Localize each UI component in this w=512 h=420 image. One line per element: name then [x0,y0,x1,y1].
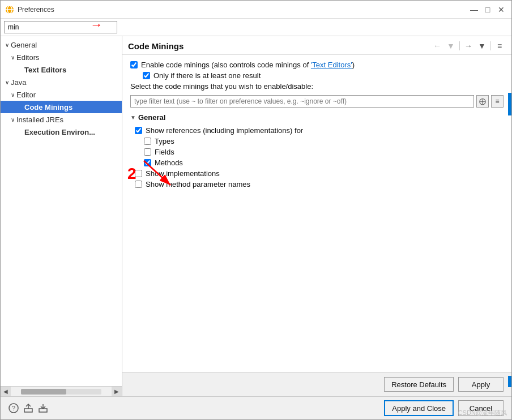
show-method-params-label: Show method parameter names [146,180,250,188]
footer-bar: ? Apply and Close Cancel [1,396,511,419]
enable-code-minings-checkbox[interactable] [130,61,138,68]
bottom-action-bar: Restore Defaults Apply [122,372,511,396]
nav-menu-button[interactable]: ≡ [493,40,506,52]
methods-row: Methods [144,158,504,167]
nav-buttons: ← ▼ → ▼ ≡ [431,40,506,52]
apply-button[interactable]: Apply [458,377,504,392]
tree-label-editor: Editor [16,91,36,99]
tree-item-text-editors[interactable]: Text Editors [1,63,122,76]
tree-label-java: Java [11,78,26,87]
help-icon[interactable]: ? [8,403,19,413]
title-bar-left: Preferences [5,5,54,14]
tree-label-code-minings: Code Minings [24,103,72,112]
show-method-params-checkbox[interactable] [135,181,142,188]
left-panel: ∨ General ∨ Editors Text Editors [1,36,122,396]
select-text: Select the code minings that you wish to… [130,82,504,91]
methods-label: Methods [155,158,183,167]
import-icon[interactable] [38,403,48,413]
only-one-result-label: Only if there is at least one result [153,71,261,80]
tree-item-general[interactable]: ∨ General [1,38,122,51]
right-edge-bar-bottom [508,376,511,387]
apply-and-close-button[interactable]: Apply and Close [384,400,454,416]
app-icon [5,5,14,14]
tree-area: ∨ General ∨ Editors Text Editors [1,36,122,386]
tree-label-execution-environ: Execution Environ... [24,128,95,136]
export-icon[interactable] [23,403,33,413]
left-scrollbar[interactable]: ◀ ▶ [1,386,122,396]
only-one-result-row: Only if there is at least one result [143,71,504,80]
types-label: Types [155,137,174,145]
nav-back-dropdown[interactable]: ▼ [445,40,457,52]
show-method-params-row: Show method parameter names [135,180,504,188]
svg-text:?: ? [12,405,15,412]
right-panel-body: Enable code minings (also controls code … [122,55,511,372]
maximize-button[interactable]: □ [482,4,493,15]
tree-item-installed-jres[interactable]: ∨ Installed JREs [1,113,122,126]
nav-separator-2 [490,41,491,50]
tree-label-text-editors: Text Editors [24,66,66,74]
show-implementations-checkbox[interactable] [135,170,142,177]
nav-separator [459,41,460,50]
show-references-checkbox[interactable] [135,127,142,134]
expand-arrow-java: ∨ [3,79,11,85]
nav-forward-button[interactable]: → [462,40,475,52]
general-section-header[interactable]: ▼ General [130,113,504,122]
general-section-label: General [138,113,165,122]
right-edge-bar-top [508,93,511,115]
title-bar: Preferences — □ ✕ [1,1,511,19]
nav-back-button[interactable]: ← [431,40,443,52]
tree-label-editors: Editors [16,53,39,62]
enable-code-minings-label: Enable code minings (also controls code … [141,61,355,69]
only-one-result-checkbox[interactable] [143,72,150,79]
tree-item-execution-environ[interactable]: Execution Environ... [1,126,122,138]
right-panel-header: Code Minings ← ▼ → ▼ ≡ [122,36,511,55]
filter-expand-button[interactable]: ⨁ [476,95,489,108]
right-panel: Code Minings ← ▼ → ▼ ≡ Enable code [122,36,511,396]
close-button[interactable]: ✕ [496,4,507,15]
fields-row: Fields [144,148,504,156]
window-title: Preferences [18,6,54,14]
dialog-window: Preferences — □ ✕ ← ∨ General [0,0,512,420]
methods-checkbox[interactable] [144,159,151,166]
text-editors-link[interactable]: 'Text Editors' [311,61,352,69]
footer-right: Apply and Close Cancel [384,400,504,416]
scroll-left-arrow[interactable]: ◀ [1,387,11,397]
show-references-row: Show references (including implementatio… [135,126,504,135]
general-section-arrow: ▼ [130,114,136,121]
tree-label-general: General [11,41,37,49]
show-references-label: Show references (including implementatio… [146,126,303,135]
filter-input[interactable] [130,95,474,108]
search-bar: ← [1,19,511,36]
nav-forward-dropdown[interactable]: ▼ [476,40,488,52]
hscroll-thumb[interactable] [21,389,66,395]
svg-rect-5 [24,409,32,412]
show-implementations-label: Show implementations [146,169,220,178]
footer-left: ? [8,403,48,413]
panel-title: Code Minings [128,41,184,51]
expand-arrow-general: ∨ [3,42,11,48]
show-implementations-row: Show implementations [135,169,504,178]
filter-row: ⨁ ≡ [130,95,504,108]
hscroll-track [21,389,101,395]
fields-label: Fields [155,148,174,156]
annotation-arrow-1: ← [90,18,103,32]
types-row: Types [144,137,504,145]
main-content: ∨ General ∨ Editors Text Editors [1,36,511,396]
cancel-button[interactable]: Cancel [458,400,504,416]
tree-item-editors[interactable]: ∨ Editors [1,51,122,63]
enable-code-minings-row: Enable code minings (also controls code … [130,61,504,69]
title-bar-controls: — □ ✕ [468,4,507,15]
fields-checkbox[interactable] [144,148,151,156]
restore-defaults-button[interactable]: Restore Defaults [384,377,454,392]
expand-arrow-editor: ∨ [8,92,16,98]
expand-arrow-installed-jres: ∨ [8,117,16,123]
expand-arrow-editors: ∨ [8,54,16,61]
minimize-button[interactable]: — [468,4,480,15]
types-checkbox[interactable] [144,138,151,145]
tree-item-editor[interactable]: ∨ Editor [1,88,122,101]
tree-label-installed-jres: Installed JREs [16,115,63,124]
filter-collapse-button[interactable]: ≡ [491,95,504,108]
tree-item-code-minings[interactable]: Code Minings [1,101,122,113]
scroll-right-arrow[interactable]: ▶ [112,387,122,397]
tree-item-java[interactable]: ∨ Java [1,76,122,88]
